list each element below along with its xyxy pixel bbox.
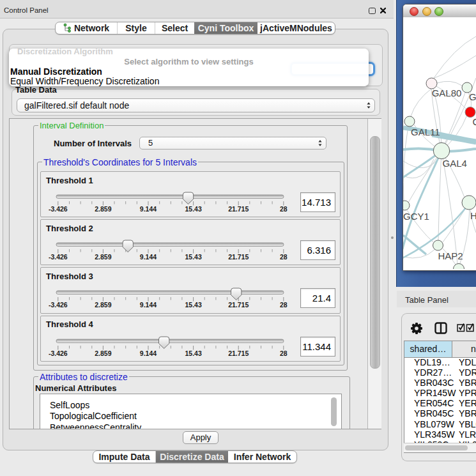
svg-text:28: 28 <box>280 301 288 309</box>
svg-text:21.715: 21.715 <box>228 205 249 213</box>
svg-text:GAL4: GAL4 <box>443 158 467 169</box>
svg-text:HAP2: HAP2 <box>438 250 463 261</box>
svg-text:C: C <box>473 116 476 127</box>
svg-text:21.715: 21.715 <box>228 349 249 357</box>
svg-text:15.43: 15.43 <box>185 301 201 309</box>
svg-text:2.859: 2.859 <box>95 253 111 261</box>
svg-text:2.859: 2.859 <box>95 301 111 309</box>
svg-text:-3.426: -3.426 <box>49 205 68 213</box>
svg-text:9.144: 9.144 <box>140 301 157 309</box>
svg-text:21.715: 21.715 <box>228 253 249 261</box>
svg-text:GAL11: GAL11 <box>411 127 440 137</box>
svg-text:28: 28 <box>280 349 288 357</box>
svg-text:2.859: 2.859 <box>95 349 111 357</box>
svg-text:-3.426: -3.426 <box>49 253 68 261</box>
svg-text:28: 28 <box>280 253 288 261</box>
svg-text:9.144: 9.144 <box>140 253 157 261</box>
svg-text:21.715: 21.715 <box>228 301 249 309</box>
svg-text:9.144: 9.144 <box>140 349 157 357</box>
svg-text:H: H <box>470 210 476 221</box>
svg-text:9.144: 9.144 <box>140 205 157 213</box>
svg-text:2.859: 2.859 <box>95 205 111 213</box>
svg-text:15.43: 15.43 <box>185 253 201 261</box>
svg-text:-3.426: -3.426 <box>49 301 68 309</box>
svg-text:15.43: 15.43 <box>185 205 201 213</box>
svg-text:GCY1: GCY1 <box>403 211 429 222</box>
svg-text:28: 28 <box>280 205 288 213</box>
svg-text:15.43: 15.43 <box>185 349 201 357</box>
svg-text:-3.426: -3.426 <box>49 349 68 357</box>
svg-text:GA: GA <box>469 91 476 102</box>
svg-text:GAL80: GAL80 <box>432 88 462 98</box>
